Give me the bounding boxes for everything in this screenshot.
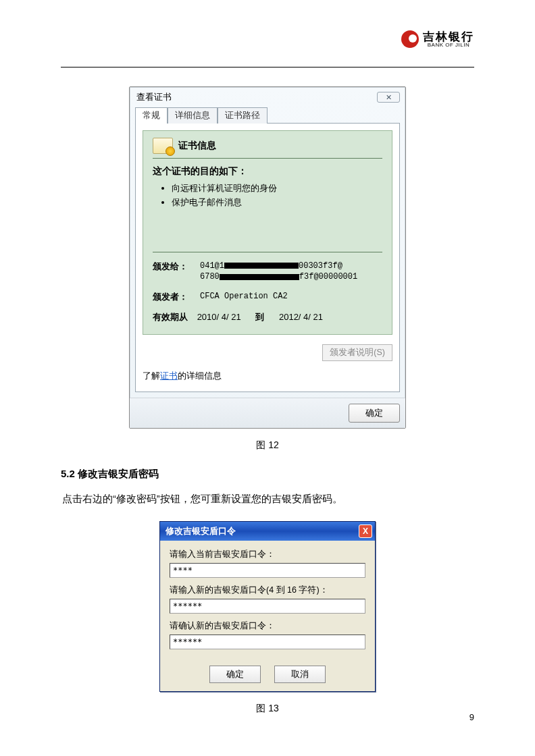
tab-path[interactable]: 证书路径 [218,107,268,124]
purpose-item: 保护电子邮件消息 [172,196,382,210]
divider [153,252,382,252]
purpose-list: 向远程计算机证明您的身份 保护电子邮件消息 [172,182,382,210]
dialog-titlebar: 查看证书 ✕ [130,87,405,105]
tab-details[interactable]: 详细信息 [168,107,218,124]
tab-panel-general: 证书信息 这个证书的目的如下： 向远程计算机证明您的身份 保护电子邮件消息 颁发… [135,123,400,392]
validity-to: 2012/ 4/ 21 [279,312,323,322]
brand-name-en: BANK OF JILIN [423,43,474,48]
learn-more-line: 了解证书的详细信息 [143,361,392,382]
purpose-heading: 这个证书的目的如下： [153,165,382,178]
close-icon: ✕ [386,93,392,102]
dialog-footer: 确定 取消 [160,663,375,691]
issuer-label: 颁发者： [153,291,200,303]
validity-row: 有效期从 2010/ 4/ 21 到 2012/ 4/ 21 [153,311,382,323]
issued-to-value: 041@100303f3f@ 6780f3f@00000001 [200,261,357,284]
figure-caption-13: 图 13 [61,703,474,715]
field-confirm-password: 请确认新的吉银安盾口令： [170,620,365,649]
dialog-titlebar: 修改吉银安盾口令 X [160,522,375,541]
dialog-title: 修改吉银安盾口令 [165,525,236,537]
issuer-row: 颁发者： CFCA Operation CA2 [153,291,382,303]
certificate-dialog: 查看证书 ✕ 常规 详细信息 证书路径 证书信息 这个证书的目的如下： [129,86,406,429]
input-confirm-password[interactable] [170,634,365,649]
tab-strip: 常规 详细信息 证书路径 [135,107,400,123]
label-confirm-password: 请确认新的吉银安盾口令： [170,620,365,632]
close-button[interactable]: ✕ [377,92,400,103]
ok-button[interactable]: 确定 [209,666,261,683]
figure-caption-12: 图 12 [61,439,474,452]
section-heading-5-2: 5.2 修改吉银安盾密码 [61,468,474,481]
certificate-icon [153,138,173,154]
tab-general[interactable]: 常规 [135,107,168,124]
input-new-password[interactable] [170,599,365,614]
field-new-password: 请输入新的吉银安盾口令(4 到 16 字符)： [170,585,365,614]
dialog-title: 查看证书 [136,91,172,103]
validity-to-label: 到 [255,312,264,322]
certificate-info-box: 证书信息 这个证书的目的如下： 向远程计算机证明您的身份 保护电子邮件消息 颁发… [143,130,392,335]
redacted [224,263,299,269]
brand: 吉林银行 BANK OF JILIN [401,30,474,48]
certificate-link[interactable]: 证书 [160,371,178,381]
purpose-item: 向远程计算机证明您的身份 [172,182,382,196]
close-icon: X [363,527,368,535]
brand-name-cn: 吉林银行 [423,31,474,43]
redacted [220,274,299,280]
issued-to-row: 颁发给： 041@100303f3f@ 6780f3f@00000001 [153,261,382,284]
divider [153,158,382,159]
label-current-password: 请输入当前吉银安盾口令： [170,549,365,560]
ok-button[interactable]: 确定 [349,404,400,423]
issuer-value: CFCA Operation CA2 [200,291,288,303]
bank-logo-icon [401,30,419,48]
dialog-footer: 确定 [130,398,405,428]
cert-info-title: 证书信息 [178,140,216,152]
page-number: 9 [469,712,474,722]
close-button[interactable]: X [359,524,372,538]
input-current-password[interactable] [170,563,365,578]
cancel-button[interactable]: 取消 [274,666,326,683]
change-password-dialog: 修改吉银安盾口令 X 请输入当前吉银安盾口令： 请输入新的吉银安盾口令(4 到 … [159,521,376,692]
section-body-5-2: 点击右边的“修改密码”按钮，您可重新设置您的吉银安盾密码。 [62,490,474,509]
validity-label: 有效期从 [153,312,188,322]
validity-from: 2010/ 4/ 21 [197,312,241,322]
label-new-password: 请输入新的吉银安盾口令(4 到 16 字符)： [170,585,365,596]
issuer-statement-button: 颁发者说明(S) [322,344,392,361]
issued-to-label: 颁发给： [153,261,200,284]
field-current-password: 请输入当前吉银安盾口令： [170,549,365,578]
